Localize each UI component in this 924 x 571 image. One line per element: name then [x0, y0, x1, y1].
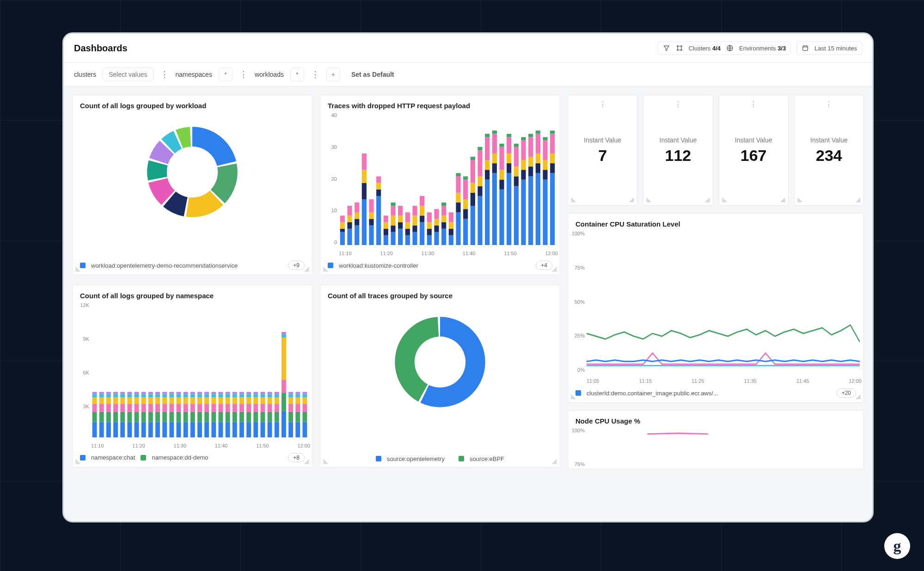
- resize-handle[interactable]: [855, 394, 862, 400]
- svg-rect-133: [521, 160, 526, 170]
- svg-rect-146: [543, 180, 547, 246]
- resize-handle[interactable]: [855, 197, 862, 203]
- svg-rect-39: [384, 215, 388, 222]
- stacked-bar-chart: [91, 304, 308, 437]
- svg-rect-53: [405, 222, 410, 228]
- resize-handle[interactable]: [304, 266, 310, 273]
- svg-rect-316: [275, 394, 279, 397]
- svg-rect-86: [456, 212, 460, 245]
- tile-menu[interactable]: ⋮: [674, 100, 682, 109]
- svg-rect-332: [295, 404, 300, 412]
- legend-more-pill[interactable]: +4: [536, 261, 552, 270]
- filter-namespaces-all[interactable]: *: [219, 68, 233, 81]
- add-filter-button[interactable]: +: [326, 68, 340, 81]
- svg-rect-238: [184, 394, 188, 397]
- time-range-picker[interactable]: Last 15 minutes: [796, 41, 862, 55]
- tile-value: 167: [740, 147, 767, 165]
- resize-handle[interactable]: [322, 266, 329, 273]
- svg-rect-329: [288, 392, 293, 394]
- svg-rect-263: [211, 392, 216, 394]
- svg-rect-116: [499, 190, 504, 245]
- panel-title: Count of all logs grouped by namespace: [73, 285, 312, 302]
- svg-rect-176: [113, 404, 118, 412]
- tile-menu[interactable]: ⋮: [599, 100, 606, 109]
- resize-handle[interactable]: [322, 459, 329, 465]
- resize-handle[interactable]: [721, 197, 728, 203]
- legend-more-pill[interactable]: +20: [837, 388, 856, 398]
- resize-handle[interactable]: [629, 197, 635, 203]
- legend-more-pill[interactable]: +9: [288, 261, 305, 270]
- svg-rect-89: [456, 176, 460, 192]
- resize-handle[interactable]: [570, 197, 576, 203]
- svg-rect-109: [485, 137, 490, 160]
- svg-rect-149: [543, 141, 547, 160]
- tile-menu[interactable]: ⋮: [825, 100, 832, 109]
- svg-rect-266: [219, 404, 223, 412]
- panel-legend: workload:kustomize-controller +4: [320, 258, 560, 275]
- svg-rect-162: [99, 422, 104, 437]
- instant-tile: ⋮ Instant Value 234: [794, 95, 864, 206]
- svg-rect-307: [268, 411, 272, 422]
- svg-rect-298: [253, 394, 258, 397]
- svg-rect-102: [477, 186, 482, 196]
- svg-rect-52: [405, 229, 410, 235]
- svg-rect-67: [427, 229, 432, 235]
- resize-handle[interactable]: [796, 197, 803, 203]
- svg-rect-43: [391, 215, 395, 225]
- x-axis: 11:1011:2011:3011:4011:5012:00: [339, 251, 558, 256]
- svg-rect-56: [412, 232, 417, 245]
- svg-rect-7: [340, 229, 345, 232]
- resize-handle[interactable]: [74, 266, 81, 273]
- resize-handle[interactable]: [780, 197, 786, 203]
- filter-clusters-select[interactable]: Select values: [103, 68, 153, 81]
- svg-rect-118: [499, 170, 504, 179]
- svg-rect-278: [233, 404, 237, 412]
- resize-handle[interactable]: [304, 459, 310, 465]
- svg-rect-243: [190, 397, 195, 404]
- scope-chip[interactable]: Clusters 4/4 Environments 3/3: [658, 41, 791, 55]
- svg-rect-204: [148, 422, 153, 437]
- y-axis: 403020100: [322, 112, 337, 245]
- svg-rect-209: [148, 392, 153, 394]
- svg-rect-330: [295, 422, 300, 437]
- resize-handle[interactable]: [570, 394, 576, 400]
- svg-rect-22: [362, 183, 367, 199]
- svg-rect-227: [169, 392, 174, 394]
- tile-menu[interactable]: ⋮: [750, 100, 757, 109]
- svg-rect-59: [412, 206, 417, 215]
- panel-legend: namespace:chat namespace:dd-demo +8: [73, 450, 312, 467]
- resize-handle[interactable]: [551, 266, 558, 273]
- resize-handle[interactable]: [645, 197, 652, 203]
- svg-rect-300: [261, 422, 265, 437]
- svg-rect-286: [239, 394, 244, 397]
- svg-rect-223: [169, 411, 174, 422]
- svg-rect-309: [268, 397, 272, 404]
- svg-rect-205: [148, 411, 153, 422]
- svg-rect-195: [135, 397, 139, 404]
- filter-clusters-menu[interactable]: ⋮: [160, 69, 169, 80]
- set-default-button[interactable]: Set as Default: [351, 71, 394, 78]
- filter-namespaces-menu[interactable]: ⋮: [239, 69, 248, 80]
- tile-label: Instant Value: [660, 136, 697, 144]
- svg-rect-74: [434, 209, 439, 219]
- filter-workloads-menu[interactable]: ⋮: [311, 69, 320, 80]
- svg-rect-135: [521, 137, 526, 141]
- legend-swatch: [459, 456, 464, 461]
- resize-handle[interactable]: [74, 459, 81, 465]
- panel-body: [320, 302, 560, 453]
- svg-rect-283: [239, 411, 244, 422]
- svg-rect-44: [391, 206, 395, 215]
- resize-handle[interactable]: [704, 197, 711, 203]
- filter-workloads-all[interactable]: *: [290, 68, 304, 81]
- svg-rect-48: [398, 215, 403, 222]
- legend-more-pill[interactable]: +8: [288, 453, 305, 462]
- svg-rect-314: [275, 404, 279, 412]
- svg-rect-79: [441, 206, 446, 215]
- svg-rect-233: [177, 392, 181, 394]
- svg-rect-341: [302, 392, 307, 394]
- x-axis: 11:1011:2011:3011:4011:5012:00: [91, 443, 310, 448]
- svg-rect-42: [391, 226, 395, 232]
- svg-rect-154: [550, 134, 555, 153]
- svg-rect-293: [246, 392, 251, 394]
- resize-handle[interactable]: [551, 459, 558, 465]
